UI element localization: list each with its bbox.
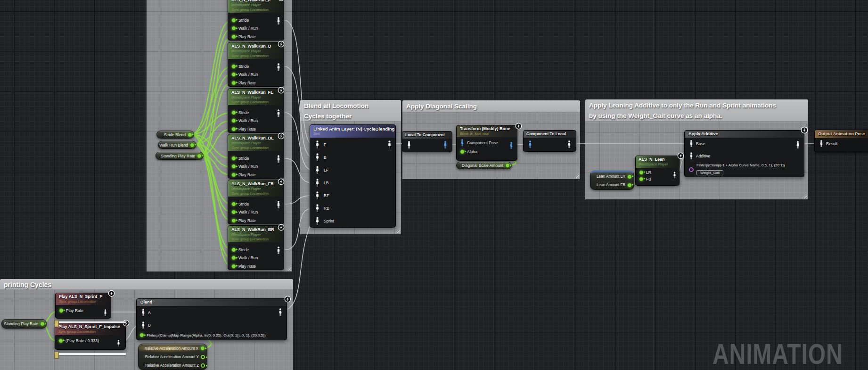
pose-input-pin-icon[interactable] xyxy=(315,204,320,213)
node-linked-anim-layer[interactable]: Linked Anim Layer: (N) CycleBlending Sel… xyxy=(310,124,396,228)
pill-walk-run-blend[interactable]: Walk Run Blend xyxy=(158,141,197,149)
play-rate-pin[interactable] xyxy=(59,308,64,313)
alpha-curve-pin[interactable] xyxy=(689,167,694,172)
play-rate-pin[interactable] xyxy=(231,218,236,223)
play-rate-pin[interactable] xyxy=(231,34,236,39)
stride-pin[interactable] xyxy=(231,156,236,161)
node-output-animation-pose[interactable]: Output Animation Pose Result xyxy=(814,130,868,152)
pill-standing-play-rate[interactable]: Standing Play Rate xyxy=(156,152,204,160)
pose-output-pin-icon[interactable] xyxy=(443,141,448,149)
alpha-pin[interactable] xyxy=(460,149,465,154)
comment-diagonal-scaling-header[interactable]: Apply Diagonal Scaling xyxy=(402,100,580,112)
output-pin[interactable] xyxy=(505,163,510,168)
pose-input-pin-icon[interactable] xyxy=(689,152,694,160)
pin-label: Stride xyxy=(238,64,249,69)
output-pin[interactable] xyxy=(627,183,632,188)
stride-pin[interactable] xyxy=(231,18,236,23)
pose-input-pin-icon[interactable] xyxy=(407,141,411,149)
pin-label: Play Rate xyxy=(66,308,83,313)
pose-input-pin-icon[interactable] xyxy=(315,140,320,149)
pin-label: Walk / Run xyxy=(238,72,258,77)
output-pin[interactable] xyxy=(40,321,45,326)
walk-run-pin[interactable] xyxy=(231,26,236,31)
pose-input-pin-icon[interactable] xyxy=(689,140,694,148)
pose-input-pin-icon[interactable] xyxy=(819,140,824,148)
pose-input-pin-icon[interactable] xyxy=(141,309,146,316)
stride-pin[interactable] xyxy=(231,202,236,206)
pose-input-pin-icon[interactable] xyxy=(315,179,320,187)
fast-path-lightning-icon xyxy=(515,123,522,130)
pose-output-pin-icon[interactable] xyxy=(387,140,392,149)
pill-standing-play-rate-bottom[interactable]: Standing Play Rate xyxy=(1,319,47,329)
node-als-n-lean[interactable]: ALS_N_Lean Blendspace Player LR FB xyxy=(635,156,680,186)
output-pin[interactable] xyxy=(190,143,195,148)
lr-pin[interactable] xyxy=(639,170,644,175)
pill-group-lean-amount[interactable]: Lean Amount LR Lean Amount FB xyxy=(590,171,634,190)
pill-group-relative-acceleration[interactable]: Relative Acceleration Amount X Relative … xyxy=(138,344,207,370)
pose-output-pin-icon[interactable] xyxy=(276,63,281,71)
pose-input-pin-icon[interactable] xyxy=(315,166,320,174)
pose-output-pin-icon[interactable] xyxy=(276,155,281,163)
play-rate-pin[interactable] xyxy=(231,173,236,177)
pose-output-pin-icon[interactable] xyxy=(567,140,572,148)
pose-input-pin-icon[interactable] xyxy=(315,153,320,162)
pose-output-pin-icon[interactable] xyxy=(276,109,281,117)
play-rate-pin[interactable] xyxy=(231,81,236,85)
walk-run-pin[interactable] xyxy=(231,210,236,214)
node-subtitle: Blendspace Player xyxy=(231,141,280,146)
comment-sprinting-cycles-header[interactable]: printing Cycles xyxy=(0,279,293,289)
comment-blend-cycles-header[interactable]: Blend all Locomotion Cycles together xyxy=(300,100,401,121)
stride-pin[interactable] xyxy=(231,110,236,115)
anim-slot-marker xyxy=(54,352,59,359)
output-pin[interactable] xyxy=(200,346,205,351)
stride-pin[interactable] xyxy=(231,64,236,69)
curve-name-field[interactable]: Weight_Gait xyxy=(696,170,723,175)
pose-input-pin-icon[interactable] xyxy=(315,191,320,200)
fb-pin[interactable] xyxy=(639,177,644,181)
node-als-n-walkrun-f[interactable]: ALS_N_WalkRun_F Blendspace Player Sync g… xyxy=(228,0,284,41)
output-pin[interactable] xyxy=(188,132,192,137)
node-apply-additive[interactable]: Apply Additive Base Additive FInterp(Cla… xyxy=(684,130,804,177)
pose-input-pin-icon[interactable] xyxy=(460,139,465,147)
node-transform-modify-bone[interactable]: Transform (Modify) Bone Bone: ik_foot_ro… xyxy=(456,125,517,161)
node-als-n-walkrun-br[interactable]: ALS_N_WalkRun_BR Blendspace Player Sync … xyxy=(228,225,284,270)
play-rate-pin[interactable] xyxy=(231,127,236,132)
walk-run-pin[interactable] xyxy=(231,164,236,169)
pose-output-pin-icon[interactable] xyxy=(276,17,281,25)
output-pin[interactable] xyxy=(201,363,205,368)
fast-path-lightning-icon xyxy=(278,87,285,94)
node-blend[interactable]: Blend A B FInterp(Clamp(Map Range(Alpha,… xyxy=(136,298,287,340)
pose-output-pin-icon[interactable] xyxy=(276,201,281,209)
pose-output-pin-icon[interactable] xyxy=(278,308,283,316)
node-local-to-component[interactable]: Local To Component xyxy=(402,131,452,152)
pose-output-pin-icon[interactable] xyxy=(116,340,121,347)
pill-diagonal-scale-amount[interactable]: Diagonal Scale Amount xyxy=(456,162,512,169)
node-als-n-walkrun-fl[interactable]: ALS_N_WalkRun_FL Blendspace Player Sync … xyxy=(228,88,284,133)
pose-output-pin-icon[interactable] xyxy=(103,309,107,316)
pose-output-pin-icon[interactable] xyxy=(509,142,514,149)
output-pin[interactable] xyxy=(627,174,632,179)
alpha-pin[interactable] xyxy=(139,333,144,337)
play-rate-pin[interactable] xyxy=(231,264,236,269)
output-pin[interactable] xyxy=(197,154,202,158)
node-als-n-walkrun-bl[interactable]: ALS_N_WalkRun_BL Blendspace Player Sync … xyxy=(228,134,284,179)
pose-input-pin-icon[interactable] xyxy=(141,321,146,329)
comment-leaning-additive-header[interactable]: Apply Leaning Additive to only the Run a… xyxy=(585,99,808,121)
pill-stride-blend[interactable]: Stride Blend xyxy=(156,131,194,139)
walk-run-pin[interactable] xyxy=(231,118,236,123)
pose-input-pin-icon[interactable] xyxy=(315,217,320,225)
node-play-als-n-sprint-f-impulse[interactable]: Play ALS_N_Sprint_F_Impulse Sync group L… xyxy=(55,322,126,350)
walk-run-pin[interactable] xyxy=(231,255,236,260)
pose-output-pin-icon[interactable] xyxy=(276,247,281,255)
play-rate-pin[interactable] xyxy=(58,338,63,343)
pose-output-pin-icon[interactable] xyxy=(672,172,677,179)
node-als-n-walkrun-fr[interactable]: ALS_N_WalkRun_FR Blendspace Player Sync … xyxy=(228,180,284,224)
pose-input-pin-icon[interactable] xyxy=(528,140,532,148)
output-pin[interactable] xyxy=(201,355,205,359)
node-component-to-local[interactable]: Component To Local xyxy=(523,130,576,152)
node-play-als-n-sprint-f[interactable]: Play ALS_N_Sprint_F Sync group Locomotio… xyxy=(55,293,111,319)
node-als-n-walkrun-b[interactable]: ALS_N_WalkRun_B Blendspace Player Sync g… xyxy=(228,42,284,87)
walk-run-pin[interactable] xyxy=(231,72,236,77)
pose-output-pin-icon[interactable] xyxy=(795,141,800,149)
stride-pin[interactable] xyxy=(231,247,236,252)
